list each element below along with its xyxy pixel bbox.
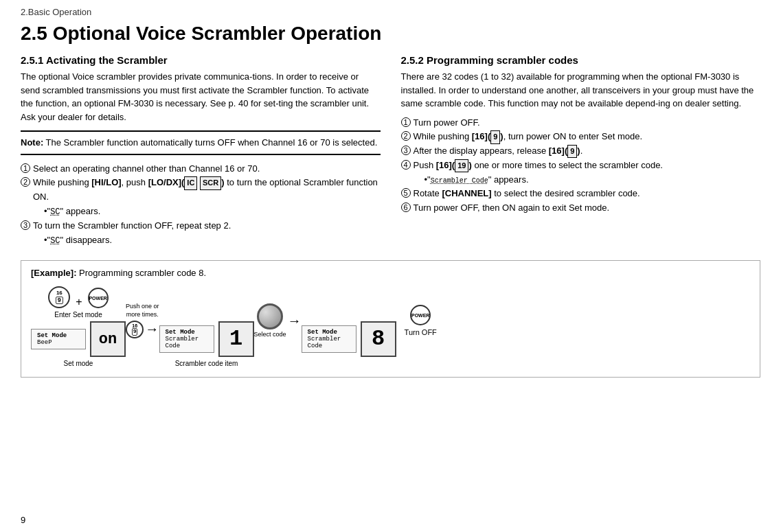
- screen-sub-1: BeeP: [37, 339, 80, 346]
- right-step-4: 4 Push [16](19) one or more times to sel…: [401, 159, 761, 187]
- note-box: Note: The Scrambler function automatical…: [21, 130, 381, 155]
- right-column: 2.5.2 Programming scrambler codes There …: [401, 54, 761, 248]
- diag-top-keys-1: 16 9 + POWER: [48, 286, 108, 308]
- arrow-section-2: Select code →: [254, 303, 302, 338]
- select-code-label: Select code: [254, 331, 286, 338]
- right-step-6: 6 Turn power OFF, then ON again to exit …: [401, 201, 761, 216]
- right-step-num-3: 3: [401, 146, 411, 155]
- dial-circle: [257, 303, 283, 329]
- diag-section-2: Set Mode ScramblerCode 1 Scrambler code …: [159, 287, 254, 367]
- arrow-right-2: →: [288, 313, 302, 329]
- example-rest: Programming scrambler code 8.: [76, 268, 206, 278]
- diag-label-3: [348, 360, 350, 367]
- left-step-2: 2 While pushing [HI/LO], push [LO/DX](IC…: [21, 176, 381, 219]
- diag-section-1: 16 9 + POWER Enter Set mode Set Mode Bee…: [31, 286, 126, 367]
- power-btn-off: POWER: [410, 305, 431, 325]
- right-step-5: 5 Rotate [CHANNEL] to select the desired…: [401, 187, 761, 201]
- note-text: The Scrambler function automatically tur…: [43, 137, 377, 148]
- right-step-3: 3 After the display appears, release [16…: [401, 144, 761, 159]
- diag-screen-2: Set Mode ScramblerCode: [159, 325, 214, 353]
- right-step-num-2: 2: [401, 131, 411, 141]
- key-16-2: 16 9: [126, 321, 144, 338]
- right-step-content-2: While pushing [16](9), turn power ON to …: [414, 130, 761, 144]
- diag-label-scrambler: Scrambler code item: [175, 360, 238, 367]
- power-btn-1: POWER: [88, 288, 109, 308]
- right-step-num-5: 5: [401, 188, 411, 198]
- right-step-content-3: After the display appears, release [16](…: [414, 144, 761, 159]
- arrow-keys-1: 16 9 →: [126, 321, 159, 338]
- example-box: [Example]: Programming scrambler code 8.…: [21, 260, 760, 378]
- arrow-section-2-inner: Select code →: [254, 303, 302, 338]
- right-step-content-4: Push [16](19) one or more times to selec…: [414, 159, 761, 187]
- breadcrumb: 2.Basic Operation: [21, 7, 760, 17]
- page-number: 9: [21, 515, 25, 525]
- seg-display-8: 8: [361, 321, 396, 357]
- seg-display-on: on: [90, 321, 126, 357]
- diagram-row: 16 9 + POWER Enter Set mode Set Mode Bee…: [31, 286, 750, 367]
- seg-display-1: 1: [218, 321, 254, 357]
- left-column: 2.5.1 Activating the Scrambler The optio…: [21, 54, 381, 248]
- step-content-1: Select an operating channel other than C…: [33, 162, 381, 176]
- right-step-content-5: Rotate [CHANNEL] to select the desired s…: [414, 187, 761, 201]
- right-step-content-6: Turn power OFF, then ON again to exit Se…: [414, 201, 761, 216]
- diag-section-3: Set Mode ScramblerCode 8: [302, 287, 396, 367]
- example-title: [Example]: Programming scrambler code 8.: [31, 268, 750, 278]
- note-label: Note:: [21, 137, 43, 148]
- diag-screen-3: Set Mode ScramblerCode: [302, 325, 356, 353]
- right-step-num-4: 4: [401, 160, 411, 170]
- section-left-body: The optional Voice scrambler provides pr…: [21, 70, 381, 124]
- diag-screen-1: Set Mode BeeP: [31, 329, 86, 349]
- step-num-1: 1: [21, 163, 30, 173]
- plus-sign: +: [76, 296, 82, 308]
- right-steps: 1 Turn power OFF. 2 While pushing [16](9…: [401, 116, 761, 216]
- section-left-heading: 2.5.1 Activating the Scrambler: [21, 54, 381, 66]
- right-step-2: 2 While pushing [16](9), turn power ON t…: [401, 130, 761, 144]
- screen-title-3: Set Mode: [308, 329, 350, 336]
- step-content-2: While pushing [HI/LO], push [LO/DX](IC S…: [33, 176, 381, 219]
- right-step-1: 1 Turn power OFF.: [401, 116, 761, 130]
- screen-title-2: Set Mode: [166, 329, 208, 336]
- arrow-right-1: →: [145, 321, 159, 337]
- section-right-heading: 2.5.2 Programming scrambler codes: [401, 54, 761, 66]
- left-step-3: 3 To turn the Scrambler function OFF, re…: [21, 219, 381, 248]
- screen-sub-3: ScramblerCode: [308, 336, 350, 349]
- step-content-3: To turn the Scrambler function OFF, repe…: [33, 219, 381, 248]
- left-step-1: 1 Select an operating channel other than…: [21, 162, 381, 176]
- arrow-label-1: Push one ormore times.: [126, 303, 159, 319]
- screen-sub-2: ScramblerCode: [166, 336, 208, 349]
- step-num-2: 2: [21, 177, 30, 187]
- step-num-3: 3: [21, 220, 30, 230]
- key-16-9-1: 16 9: [48, 286, 70, 308]
- diag-label-set-mode: Set mode: [64, 360, 93, 367]
- arrow-section-1: Push one ormore times. 16 9 →: [126, 303, 159, 338]
- left-steps: 1 Select an operating channel other than…: [21, 162, 381, 248]
- example-bold: [Example]:: [31, 268, 76, 278]
- right-step-content-1: Turn power OFF.: [414, 116, 761, 130]
- turn-off-section: POWER Turn OFF: [405, 305, 437, 336]
- right-step-num-1: 1: [401, 117, 411, 127]
- page-title: 2.5 Optional Voice Scrambler Operation: [21, 23, 760, 45]
- screen-title-1: Set Mode: [37, 332, 80, 339]
- section-right-body: There are 32 codes (1 to 32) available f…: [401, 70, 761, 111]
- enter-set-mode-label: Enter Set mode: [54, 311, 102, 319]
- turn-off-label: Turn OFF: [405, 328, 437, 336]
- right-step-num-6: 6: [401, 203, 411, 212]
